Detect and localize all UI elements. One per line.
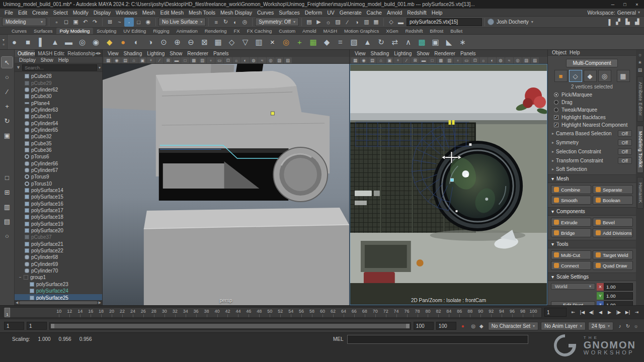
anim-layers-icon[interactable]: ▦: [371, 18, 381, 27]
platonic-solid-icon[interactable]: ◆: [103, 36, 116, 49]
set-key-icon[interactable]: ◆: [477, 323, 486, 329]
tab-scroll-right-icon[interactable]: ▶: [99, 51, 101, 55]
outliner-item[interactable]: − polySurface17: [15, 207, 102, 214]
tab-scroll-left-icon[interactable]: ◀: [95, 51, 98, 55]
shelf-tab[interactable]: Custom: [275, 28, 299, 34]
shelf-tab[interactable]: Bifrost: [426, 28, 447, 34]
toolkit-menu-item[interactable]: Help: [570, 50, 583, 55]
select-camera-icon[interactable]: ▦: [104, 57, 112, 63]
boolean-intersect-icon[interactable]: ⊙: [157, 36, 171, 49]
selection-mode-option[interactable]: Tweak/Marquee: [548, 106, 636, 114]
single-pane-layout-icon[interactable]: □: [2, 172, 13, 183]
outliner-menu-item[interactable]: Show: [38, 57, 56, 63]
animation-preferences-icon[interactable]: ☼: [632, 323, 640, 329]
outliner-item[interactable]: − pCylinder64: [15, 120, 102, 126]
outliner-horizontal-scrollbar[interactable]: ◀ ▶: [15, 300, 102, 305]
quad-draw-icon[interactable]: ▦: [306, 36, 320, 49]
bookmarks-icon[interactable]: ⌂: [130, 57, 138, 63]
ipr-render-icon[interactable]: ▶: [314, 18, 324, 27]
section-header-tools[interactable]: ▾ Tools: [548, 240, 636, 248]
paint-effects-icon[interactable]: ∕: [343, 18, 352, 27]
reduce-icon[interactable]: ▽: [238, 36, 252, 49]
grid-icon[interactable]: ⊞: [164, 57, 172, 63]
poly-cylinder-icon[interactable]: ▌: [35, 36, 48, 49]
modeling-toolkit-toggle-icon[interactable]: ▟: [632, 18, 642, 27]
menu-item[interactable]: Generate: [337, 10, 364, 16]
menu-item[interactable]: Surfaces: [276, 10, 302, 16]
component-tool-button[interactable]: Bevel: [593, 218, 633, 227]
face-mode-icon[interactable]: ◆: [584, 70, 597, 82]
viewport-menu-item[interactable]: Shading: [121, 51, 145, 56]
vertex-mode-icon[interactable]: ■: [554, 70, 568, 82]
two-d-pan-zoom-icon[interactable]: +: [147, 57, 155, 63]
motion-blur-icon[interactable]: ≈: [505, 57, 513, 63]
outliner-item[interactable]: − pTorus6: [15, 153, 102, 160]
shelf-tab[interactable]: Curves: [8, 28, 30, 34]
edit-pivot-button[interactable]: Edit Pivot: [551, 301, 595, 305]
mesh-tool-button[interactable]: Boolean: [593, 196, 633, 205]
grease-pencil-icon[interactable]: ∕: [403, 57, 411, 63]
shelf-tab[interactable]: Arnold: [299, 28, 319, 34]
outliner-item[interactable]: − polySurface14: [15, 187, 102, 194]
poly-plane-icon[interactable]: ▬: [62, 36, 75, 49]
scroll-right-icon[interactable]: ▶: [99, 301, 101, 305]
safe-title-icon[interactable]: ▭: [462, 57, 470, 63]
toolkit-setting-row[interactable]: ▸ Camera Based Selection Off: [548, 129, 636, 138]
setting-value-chip[interactable]: Off: [618, 148, 632, 155]
gate-mask-icon[interactable]: ▩: [437, 57, 445, 63]
setting-value-chip[interactable]: Off: [618, 139, 632, 146]
xray-icon[interactable]: ▨: [275, 57, 283, 63]
outliner-item[interactable]: − polySurface15: [15, 194, 102, 200]
toolkit-tool-button[interactable]: Multi-Cut: [551, 250, 591, 259]
shelf-tab[interactable]: Poly Modeling: [56, 28, 94, 34]
tab-relationship-editor[interactable]: Relationship..: [64, 50, 95, 57]
shelf-tab[interactable]: Redshift: [401, 28, 426, 34]
menu-item[interactable]: Curves: [255, 10, 276, 16]
duplicate-icon[interactable]: ▣: [429, 36, 442, 49]
toolkit-menu-item[interactable]: Object: [552, 50, 570, 55]
menu-item[interactable]: Select: [51, 10, 70, 16]
zoom-tool-icon[interactable]: ○: [2, 230, 13, 241]
render-settings-icon[interactable]: ☼: [324, 18, 333, 27]
bevel-icon[interactable]: ◆: [320, 36, 334, 49]
component-tool-button[interactable]: Add Divisions: [593, 228, 633, 237]
field-chart-icon[interactable]: ▥: [445, 57, 453, 63]
viewport-menu-item[interactable]: Renderer: [432, 51, 458, 56]
outliner-item[interactable]: − polySurface22: [15, 247, 102, 254]
marquee-select-icon[interactable]: ▦: [617, 70, 630, 82]
menu-item[interactable]: UV: [325, 10, 337, 16]
mel-label[interactable]: MEL: [333, 336, 344, 342]
outliner-item[interactable]: − pTorus10: [15, 180, 102, 187]
animation-start-field[interactable]: [4, 322, 24, 330]
mesh-tool-button[interactable]: Smooth: [551, 196, 591, 205]
dock-tab[interactable]: Attribute Editor: [637, 76, 643, 122]
split-pane-layout-icon[interactable]: ▥: [2, 201, 13, 212]
outliner-item[interactable]: − pCube37: [15, 234, 102, 240]
append-polygon-icon[interactable]: ▲: [361, 36, 374, 49]
step-forward-key-button[interactable]: ▶|: [623, 308, 632, 317]
timeline-strip[interactable]: 1 10121416182022242628303234363840424446…: [3, 307, 542, 318]
frame-all-icon[interactable]: ⊡: [224, 57, 232, 63]
outliner-item[interactable]: − pCylinder63: [15, 107, 102, 113]
rotate-tool-icon[interactable]: ↻: [2, 115, 13, 126]
outliner-item[interactable]: − pCylinder62: [15, 86, 102, 93]
poly-cone-icon[interactable]: ▲: [48, 36, 62, 49]
outliner-item[interactable]: − pCylinder67: [15, 167, 102, 173]
mesh-tool-button[interactable]: Combine: [551, 185, 591, 194]
workspace-gear-icon[interactable]: ☼: [638, 52, 642, 57]
symmetrize-icon[interactable]: ⇄: [388, 36, 401, 49]
viewport-menu-item[interactable]: View: [105, 51, 121, 56]
outliner-item[interactable]: − polySurface18: [15, 214, 102, 220]
menuset-selector[interactable]: Modeling▾: [2, 18, 46, 26]
extrude-icon[interactable]: ▧: [347, 36, 361, 49]
scale-space-selector[interactable]: World▾: [551, 283, 595, 290]
quick-selection-field[interactable]: [407, 18, 482, 26]
expander-icon[interactable]: −: [19, 275, 24, 280]
scale-z-field[interactable]: Z 1.00: [597, 301, 633, 305]
dock-tab[interactable]: Modeling Toolkit: [637, 126, 643, 173]
shelf-tab[interactable]: UV Editing: [120, 28, 149, 34]
smooth-icon[interactable]: ◇: [225, 36, 238, 49]
current-frame-field[interactable]: [544, 308, 567, 317]
scrollbar-thumb[interactable]: [19, 301, 97, 304]
menu-item[interactable]: Help: [429, 10, 445, 16]
